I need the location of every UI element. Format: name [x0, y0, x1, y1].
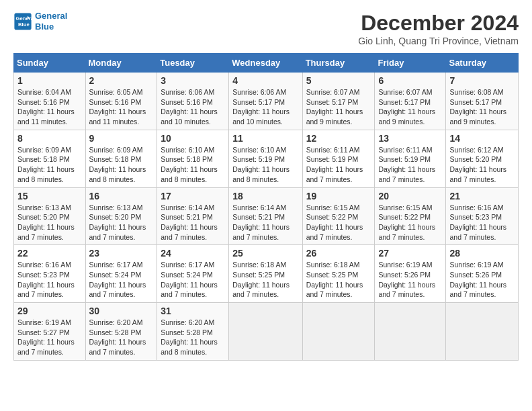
day-detail: Sunrise: 6:10 AM Sunset: 5:19 PM Dayligh…	[232, 145, 298, 185]
day-detail: Sunrise: 6:14 AM Sunset: 5:21 PM Dayligh…	[232, 203, 298, 242]
day-number: 16	[89, 191, 154, 201]
day-detail: Sunrise: 6:05 AM Sunset: 5:16 PM Dayligh…	[89, 87, 154, 127]
calendar-title: December 2024	[358, 11, 519, 36]
calendar-day-cell: 26Sunrise: 6:18 AM Sunset: 5:25 PM Dayli…	[302, 245, 375, 303]
calendar-day-cell: 27Sunrise: 6:19 AM Sunset: 5:26 PM Dayli…	[375, 245, 446, 303]
calendar-day-cell: 18Sunrise: 6:14 AM Sunset: 5:21 PM Dayli…	[229, 187, 302, 245]
day-detail: Sunrise: 6:13 AM Sunset: 5:20 PM Dayligh…	[17, 203, 82, 242]
day-number: 25	[232, 248, 298, 259]
calendar-week-row: 22Sunrise: 6:16 AM Sunset: 5:23 PM Dayli…	[14, 245, 519, 303]
calendar-day-cell: 29Sunrise: 6:19 AM Sunset: 5:27 PM Dayli…	[14, 303, 86, 361]
calendar-day-cell: 11Sunrise: 6:10 AM Sunset: 5:19 PM Dayli…	[229, 130, 302, 187]
logo-icon: General Blue	[13, 12, 32, 31]
day-detail: Sunrise: 6:08 AM Sunset: 5:17 PM Dayligh…	[449, 87, 515, 127]
day-number: 2	[89, 75, 154, 86]
calendar-day-cell: 6Sunrise: 6:07 AM Sunset: 5:17 PM Daylig…	[375, 73, 446, 130]
weekday-header: Monday	[85, 54, 157, 73]
weekday-header: Friday	[375, 54, 446, 73]
calendar-subtitle: Gio Linh, Quang Tri Province, Vietnam	[358, 36, 519, 46]
calendar-day-cell: 28Sunrise: 6:19 AM Sunset: 5:26 PM Dayli…	[446, 245, 519, 303]
weekday-header-row: SundayMondayTuesdayWednesdayThursdayFrid…	[14, 54, 519, 73]
calendar-day-cell: 14Sunrise: 6:12 AM Sunset: 5:20 PM Dayli…	[446, 130, 519, 187]
day-detail: Sunrise: 6:18 AM Sunset: 5:25 PM Dayligh…	[306, 260, 371, 300]
weekday-header: Tuesday	[157, 54, 229, 73]
title-block: December 2024 Gio Linh, Quang Tri Provin…	[358, 11, 519, 46]
calendar-day-cell: 25Sunrise: 6:18 AM Sunset: 5:25 PM Dayli…	[229, 245, 302, 303]
calendar-week-row: 29Sunrise: 6:19 AM Sunset: 5:27 PM Dayli…	[14, 303, 519, 361]
day-detail: Sunrise: 6:16 AM Sunset: 5:23 PM Dayligh…	[449, 203, 515, 242]
day-detail: Sunrise: 6:07 AM Sunset: 5:17 PM Dayligh…	[306, 87, 371, 127]
day-number: 6	[378, 75, 442, 86]
weekday-header: Saturday	[446, 54, 519, 73]
calendar-day-cell: 2Sunrise: 6:05 AM Sunset: 5:16 PM Daylig…	[85, 73, 157, 130]
calendar-day-cell: 10Sunrise: 6:10 AM Sunset: 5:18 PM Dayli…	[157, 130, 229, 187]
day-detail: Sunrise: 6:17 AM Sunset: 5:24 PM Dayligh…	[161, 260, 225, 300]
calendar-day-cell	[446, 303, 519, 361]
weekday-header: Wednesday	[229, 54, 302, 73]
day-number: 22	[17, 248, 82, 259]
calendar-day-cell: 21Sunrise: 6:16 AM Sunset: 5:23 PM Dayli…	[446, 187, 519, 245]
day-detail: Sunrise: 6:04 AM Sunset: 5:16 PM Dayligh…	[17, 87, 82, 127]
day-number: 24	[161, 248, 225, 259]
logo-line1: General	[35, 11, 67, 21]
day-number: 13	[378, 133, 442, 144]
day-number: 28	[449, 248, 515, 259]
day-number: 21	[449, 191, 515, 201]
day-number: 19	[306, 191, 371, 201]
day-detail: Sunrise: 6:12 AM Sunset: 5:20 PM Dayligh…	[449, 145, 515, 185]
calendar-day-cell	[302, 303, 375, 361]
calendar-day-cell: 22Sunrise: 6:16 AM Sunset: 5:23 PM Dayli…	[14, 245, 86, 303]
day-detail: Sunrise: 6:11 AM Sunset: 5:19 PM Dayligh…	[306, 145, 371, 185]
day-detail: Sunrise: 6:18 AM Sunset: 5:25 PM Dayligh…	[232, 260, 298, 300]
day-number: 23	[89, 248, 154, 259]
day-detail: Sunrise: 6:15 AM Sunset: 5:22 PM Dayligh…	[306, 203, 371, 242]
day-detail: Sunrise: 6:16 AM Sunset: 5:23 PM Dayligh…	[17, 260, 82, 300]
day-detail: Sunrise: 6:10 AM Sunset: 5:18 PM Dayligh…	[161, 145, 225, 185]
day-number: 8	[17, 133, 82, 144]
day-number: 31	[161, 306, 225, 316]
day-detail: Sunrise: 6:17 AM Sunset: 5:24 PM Dayligh…	[89, 260, 154, 300]
day-detail: Sunrise: 6:14 AM Sunset: 5:21 PM Dayligh…	[161, 203, 225, 242]
day-number: 12	[306, 133, 371, 144]
weekday-header: Sunday	[14, 54, 86, 73]
calendar-day-cell	[229, 303, 302, 361]
day-detail: Sunrise: 6:20 AM Sunset: 5:28 PM Dayligh…	[161, 318, 225, 357]
day-number: 11	[232, 133, 298, 144]
day-number: 26	[306, 248, 371, 259]
svg-text:Blue: Blue	[18, 21, 30, 28]
day-detail: Sunrise: 6:09 AM Sunset: 5:18 PM Dayligh…	[17, 145, 82, 185]
calendar-day-cell: 15Sunrise: 6:13 AM Sunset: 5:20 PM Dayli…	[14, 187, 86, 245]
weekday-header: Thursday	[302, 54, 375, 73]
calendar-day-cell: 17Sunrise: 6:14 AM Sunset: 5:21 PM Dayli…	[157, 187, 229, 245]
day-number: 30	[89, 306, 154, 316]
day-detail: Sunrise: 6:15 AM Sunset: 5:22 PM Dayligh…	[378, 203, 442, 242]
day-number: 14	[449, 133, 515, 144]
calendar-day-cell: 9Sunrise: 6:09 AM Sunset: 5:18 PM Daylig…	[85, 130, 157, 187]
page-header: General Blue General Blue December 2024 …	[13, 11, 519, 46]
day-number: 17	[161, 191, 225, 201]
day-detail: Sunrise: 6:19 AM Sunset: 5:26 PM Dayligh…	[378, 260, 442, 300]
day-detail: Sunrise: 6:06 AM Sunset: 5:17 PM Dayligh…	[232, 87, 298, 127]
calendar-day-cell: 23Sunrise: 6:17 AM Sunset: 5:24 PM Dayli…	[85, 245, 157, 303]
day-detail: Sunrise: 6:13 AM Sunset: 5:20 PM Dayligh…	[89, 203, 154, 242]
day-detail: Sunrise: 6:19 AM Sunset: 5:27 PM Dayligh…	[17, 318, 82, 357]
day-number: 29	[17, 306, 82, 316]
calendar-day-cell: 31Sunrise: 6:20 AM Sunset: 5:28 PM Dayli…	[157, 303, 229, 361]
calendar-day-cell: 13Sunrise: 6:11 AM Sunset: 5:19 PM Dayli…	[375, 130, 446, 187]
calendar-day-cell: 20Sunrise: 6:15 AM Sunset: 5:22 PM Dayli…	[375, 187, 446, 245]
day-number: 1	[17, 75, 82, 86]
logo: General Blue General Blue	[13, 11, 67, 32]
day-number: 3	[161, 75, 225, 86]
calendar-day-cell: 1Sunrise: 6:04 AM Sunset: 5:16 PM Daylig…	[14, 73, 86, 130]
calendar-table: SundayMondayTuesdayWednesdayThursdayFrid…	[13, 53, 519, 361]
calendar-day-cell	[375, 303, 446, 361]
calendar-day-cell: 3Sunrise: 6:06 AM Sunset: 5:16 PM Daylig…	[157, 73, 229, 130]
logo-line2: Blue	[35, 21, 54, 32]
calendar-day-cell: 19Sunrise: 6:15 AM Sunset: 5:22 PM Dayli…	[302, 187, 375, 245]
day-number: 20	[378, 191, 442, 201]
calendar-day-cell: 8Sunrise: 6:09 AM Sunset: 5:18 PM Daylig…	[14, 130, 86, 187]
day-detail: Sunrise: 6:11 AM Sunset: 5:19 PM Dayligh…	[378, 145, 442, 185]
calendar-day-cell: 16Sunrise: 6:13 AM Sunset: 5:20 PM Dayli…	[85, 187, 157, 245]
day-number: 10	[161, 133, 225, 144]
day-number: 27	[378, 248, 442, 259]
